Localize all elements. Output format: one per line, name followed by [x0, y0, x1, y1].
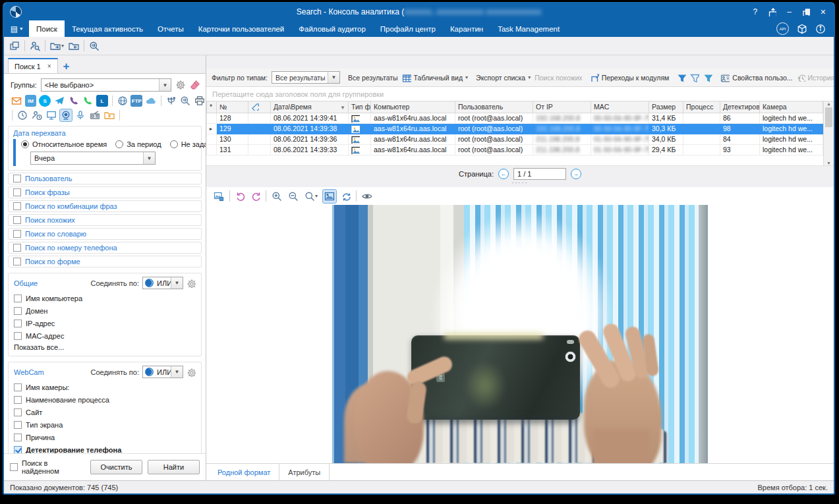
view-eye-icon[interactable]	[361, 190, 373, 202]
rotate-right-icon[interactable]	[250, 190, 262, 202]
lync-icon[interactable]: L	[96, 95, 108, 107]
telegram-icon[interactable]	[53, 95, 65, 107]
checkbox-item[interactable]: Тип экрана	[14, 418, 196, 431]
filter-checkbox[interactable]	[13, 202, 21, 210]
filter-funnel-edit-icon[interactable]	[703, 73, 712, 82]
groups-settings-gear-icon[interactable]	[175, 80, 186, 90]
filter-section-3[interactable]: Поиск похожих	[8, 214, 202, 226]
item-checkbox[interactable]	[14, 396, 22, 404]
scroll-down-icon[interactable]: ▼	[826, 161, 831, 165]
user-properties-button[interactable]: Свойства пользо...	[720, 73, 792, 82]
item-checkbox[interactable]	[14, 446, 22, 454]
skype-icon[interactable]: S	[39, 95, 51, 107]
filter-checkbox[interactable]	[13, 230, 21, 238]
groups-select[interactable]: <Не выбрано>▼	[41, 78, 171, 92]
common-settings-gear-icon[interactable]	[187, 279, 196, 288]
api-icon[interactable]: API	[776, 22, 789, 35]
webcam-icon[interactable]	[60, 109, 72, 121]
filter-section-6[interactable]: Поиск по форме	[8, 256, 202, 267]
filter-section-0[interactable]: Пользователь	[8, 173, 202, 184]
column-header-Процесс[interactable]: Процесс	[683, 101, 720, 113]
table-row[interactable]: ▸12908.06.2021 14:39:38aas-w81x64ru.aas.…	[207, 123, 823, 134]
user-activity-icon[interactable]	[31, 109, 43, 121]
webcam-join-select[interactable]: ИЛИ▼	[142, 366, 183, 378]
refresh-capture-icon[interactable]	[340, 190, 352, 202]
filter-section-4[interactable]: Поиск по словарю	[8, 228, 202, 240]
splitter-handle[interactable]: ·····	[206, 181, 834, 187]
filter-section-1[interactable]: Поиск фразы	[8, 186, 202, 198]
search-tab[interactable]: Поиск 1 ×	[8, 58, 58, 73]
period-select[interactable]: Вчера▼	[30, 152, 156, 165]
usb-icon[interactable]	[165, 95, 177, 107]
menu-tab-текущая-активность[interactable]: Текущая активность	[65, 20, 150, 37]
filter-checkbox[interactable]	[13, 258, 21, 266]
zoom-in-icon[interactable]	[270, 190, 283, 202]
search-in-found-checkbox[interactable]	[10, 463, 18, 471]
filter-checkbox[interactable]	[13, 175, 21, 182]
item-checkbox[interactable]	[14, 383, 22, 391]
help-button[interactable]: ?	[753, 8, 757, 16]
scroll-thumb[interactable]	[825, 107, 832, 127]
minimize-button[interactable]: –	[787, 8, 792, 16]
checkbox-item[interactable]: Домен	[14, 304, 196, 317]
info-icon[interactable]	[815, 24, 826, 34]
filter-section-5[interactable]: Поиск по номеру телефона	[8, 242, 202, 254]
table-row[interactable]: 13008.06.2021 14:39:36aas-w81x64ru.aas.l…	[207, 134, 823, 144]
checkbox-item[interactable]: Причина	[14, 431, 196, 443]
menu-tab-отчеты[interactable]: Отчеты	[150, 20, 191, 37]
close-tab-icon[interactable]: ×	[47, 63, 51, 70]
column-header-MAC[interactable]: MAC	[591, 101, 649, 113]
results-scope-button[interactable]: Все результаты	[348, 74, 398, 82]
menu-tab-карантин[interactable]: Карантин	[443, 20, 490, 37]
http-icon[interactable]	[117, 95, 129, 107]
cascade-windows-icon[interactable]	[9, 41, 20, 51]
fit-to-window-icon[interactable]	[323, 190, 336, 203]
column-header-tag[interactable]	[248, 101, 271, 113]
common-join-select[interactable]: ИЛИ▼	[142, 277, 183, 289]
date-radio-1[interactable]	[115, 140, 123, 148]
monitor-icon[interactable]	[45, 109, 57, 121]
user-search-icon[interactable]	[30, 41, 40, 51]
column-header-Детектирова[interactable]: Детектирова	[720, 101, 760, 113]
filter-funnel-clear-icon[interactable]	[690, 73, 699, 82]
id-search-icon[interactable]	[89, 41, 100, 51]
item-checkbox[interactable]	[14, 320, 22, 327]
main-menu-button[interactable]: ▤▾	[4, 20, 29, 37]
type-filter-select[interactable]: Все результаты▼	[272, 71, 340, 84]
keylogger-icon[interactable]	[89, 109, 101, 121]
menu-tab-профайл-центр[interactable]: Профайл центр	[373, 20, 443, 37]
menu-tab-карточки-пользователей[interactable]: Карточки пользователей	[191, 20, 292, 37]
table-scrollbar[interactable]: ▲▼	[823, 101, 834, 165]
column-header-Тип фа[interactable]: Тип фа	[349, 101, 371, 113]
scroll-up-icon[interactable]: ▲	[826, 101, 831, 106]
checkbox-item[interactable]: MAC-адрес	[14, 329, 196, 342]
column-header-Камера[interactable]: Камера	[760, 101, 823, 113]
package-icon[interactable]	[797, 24, 807, 34]
item-checkbox[interactable]	[14, 421, 22, 429]
checkbox-item[interactable]: Детектирование телефона	[14, 443, 196, 453]
clear-groups-eraser-icon[interactable]	[190, 80, 200, 90]
item-checkbox[interactable]	[14, 408, 22, 416]
go-to-modules-button[interactable]: Переходы к модулям	[591, 73, 670, 82]
viewer-tab-атрибуты[interactable]: Атрибуты	[279, 464, 330, 480]
folder-export-icon[interactable]: ▾	[50, 41, 64, 51]
table-view-button[interactable]: Табличный вид▾	[402, 73, 469, 82]
column-header-*[interactable]: *	[207, 101, 217, 113]
item-checkbox[interactable]	[14, 332, 22, 340]
pin-window-button[interactable]	[768, 8, 776, 16]
column-header-Дата\Время[interactable]: Дата\Время▼	[271, 101, 349, 113]
date-radio-2[interactable]	[170, 140, 178, 148]
checkbox-item[interactable]: Имя компьютера	[14, 292, 196, 304]
filter-funnel-icon[interactable]	[677, 73, 686, 82]
checkbox-item[interactable]: IP-адрес	[14, 317, 196, 329]
filter-section-2[interactable]: Поиск по комбинации фраз	[8, 200, 202, 212]
checkbox-item[interactable]: Имя камеры:	[14, 381, 196, 393]
microphone-icon[interactable]	[74, 109, 86, 121]
whatsapp-icon[interactable]	[82, 95, 94, 107]
table-row[interactable]: 13108.06.2021 14:39:33aas-w81x64ru.aas.l…	[207, 144, 823, 155]
table-row[interactable]: 12808.06.2021 14:39:41aas-w81x64ru.aas.l…	[207, 113, 823, 123]
prev-page-button[interactable]: ←	[498, 169, 509, 179]
menu-tab-task-management[interactable]: Task Management	[490, 20, 567, 37]
zoom-menu-icon[interactable]: ▾	[303, 190, 319, 202]
viewer-tab-родной-формат[interactable]: Родной формат	[209, 464, 279, 480]
